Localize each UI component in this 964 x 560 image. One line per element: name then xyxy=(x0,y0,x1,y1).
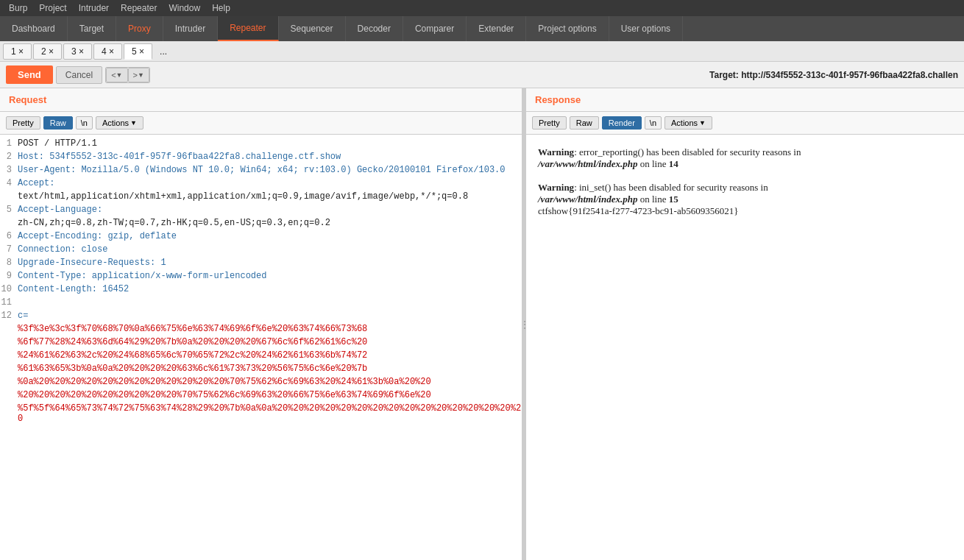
menu-project[interactable]: Project xyxy=(33,1,72,15)
request-tab-raw[interactable]: Raw xyxy=(43,116,73,130)
request-line-5: 5 Accept-Language: xyxy=(0,204,522,217)
request-payload-1: %3f%3e%3c%3f%70%68%70%0a%66%75%6e%63%74%… xyxy=(0,323,522,336)
menu-repeater[interactable]: Repeater xyxy=(115,1,163,15)
response-tab-raw[interactable]: Raw xyxy=(570,116,599,130)
warning1-path: /var/www/html/index.php xyxy=(538,158,637,169)
response-tab-render[interactable]: Render xyxy=(602,116,642,130)
request-line-11: 11 xyxy=(0,297,522,310)
request-title: Request xyxy=(6,93,49,107)
request-line-6: 6 Accept-Encoding: gzip, deflate xyxy=(0,230,522,244)
warning2-path: /var/www/html/index.php xyxy=(538,194,637,205)
chevron-down-icon2: ▼ xyxy=(138,71,144,79)
request-actions-button[interactable]: Actions ▼ xyxy=(96,116,143,130)
tab-comparer[interactable]: Comparer xyxy=(403,16,467,41)
request-payload-4: %61%63%65%3b%0a%0a%20%20%20%20%63%6c%61%… xyxy=(0,363,522,376)
request-line-4b: text/html,application/xhtml+xml,applicat… xyxy=(0,191,522,204)
warning1-label: Warning xyxy=(538,146,574,157)
warning1-linenum: 14 xyxy=(669,158,678,169)
num-tab-5[interactable]: 5 × xyxy=(124,43,152,60)
tab-intruder[interactable]: Intruder xyxy=(163,16,218,41)
warning1-line-text: on line xyxy=(637,158,668,169)
target-info: Target: http://534f5552-313c-401f-957f-9… xyxy=(709,70,958,80)
menu-intruder[interactable]: Intruder xyxy=(73,1,115,15)
menu-burp[interactable]: Burp xyxy=(3,1,33,15)
tab-user-options[interactable]: User options xyxy=(609,16,683,41)
request-line-2: 2 Host: 534f5552-313c-401f-957f-96fbaa42… xyxy=(0,151,522,164)
tab-target[interactable]: Target xyxy=(68,16,116,41)
num-tab-bar: 1 × 2 × 3 × 4 × 5 × ... xyxy=(0,41,964,62)
request-payload-2: %6f%77%28%24%63%6d%64%29%20%7b%0a%20%20%… xyxy=(0,336,522,350)
send-button[interactable]: Send xyxy=(6,65,53,84)
tab-bar: Dashboard Target Proxy Intruder Repeater… xyxy=(0,16,964,41)
request-line-12: 12 c= xyxy=(0,310,522,323)
request-line-8: 8 Upgrade-Insecure-Requests: 1 xyxy=(0,257,522,270)
request-panel: Request Pretty Raw \n Actions ▼ 1 POST /… xyxy=(0,88,522,560)
request-tab-n[interactable]: \n xyxy=(76,116,93,130)
warning2-paragraph: Warning: ini_set() has been disabled for… xyxy=(538,182,952,205)
request-payload-3: %24%61%62%63%2c%20%24%68%65%6c%70%65%72%… xyxy=(0,350,522,363)
response-actions-label: Actions xyxy=(671,118,698,127)
prev-button[interactable]: < ▼ xyxy=(106,68,127,82)
tab-extender[interactable]: Extender xyxy=(467,16,526,41)
request-line-5b: zh-CN,zh;q=0.8,zh-TW;q=0.7,zh-HK;q=0.5,e… xyxy=(0,217,522,230)
request-tab-pretty[interactable]: Pretty xyxy=(6,116,40,130)
next-button[interactable]: > ▼ xyxy=(128,68,149,82)
num-tab-4[interactable]: 4 × xyxy=(93,43,122,60)
request-payload-7: %5f%5f%64%65%73%74%72%75%63%74%28%29%20%… xyxy=(0,403,522,425)
request-header: Request xyxy=(0,88,522,112)
tab-dashboard[interactable]: Dashboard xyxy=(0,16,68,41)
response-tab-pretty[interactable]: Pretty xyxy=(532,116,567,130)
response-title: Response xyxy=(532,93,584,107)
menu-bar: Burp Project Intruder Repeater Window He… xyxy=(0,0,964,16)
flag-value: ctfshow{91f2541a-f277-4723-bc91-ab560935… xyxy=(538,205,738,216)
response-tab-n[interactable]: \n xyxy=(645,116,662,130)
chevron-down-icon: ▼ xyxy=(116,71,123,79)
tab-decoder[interactable]: Decoder xyxy=(346,16,403,41)
request-line-9: 9 Content-Type: application/x-www-form-u… xyxy=(0,270,522,283)
tab-proxy[interactable]: Proxy xyxy=(116,16,163,41)
request-line-10: 10 Content-Length: 16452 xyxy=(0,283,522,297)
response-actions-button[interactable]: Actions ▼ xyxy=(664,116,712,130)
num-tab-3[interactable]: 3 × xyxy=(63,43,92,60)
request-payload-5: %0a%20%20%20%20%20%20%20%20%20%20%20%20%… xyxy=(0,376,522,389)
main-panels: Request Pretty Raw \n Actions ▼ 1 POST /… xyxy=(0,88,964,560)
request-payload-6: %20%20%20%20%20%20%20%20%20%20%70%75%62%… xyxy=(0,389,522,403)
response-panel: Response Pretty Raw Render \n Actions ▼ … xyxy=(526,88,964,560)
warning2-line-text: on line xyxy=(637,194,668,205)
request-tab-bar: Pretty Raw \n Actions ▼ xyxy=(0,112,522,135)
warning2-linenum: 15 xyxy=(669,194,678,205)
num-tab-2[interactable]: 2 × xyxy=(33,43,62,60)
tab-repeater[interactable]: Repeater xyxy=(218,16,278,41)
request-line-7: 7 Connection: close xyxy=(0,244,522,257)
num-tab-more[interactable]: ... xyxy=(154,44,173,59)
response-content: Warning: error_reporting() has been disa… xyxy=(526,135,964,560)
menu-window[interactable]: Window xyxy=(163,1,206,15)
actions-chevron-icon: ▼ xyxy=(130,119,137,127)
warning1-paragraph: Warning: error_reporting() has been disa… xyxy=(538,146,952,170)
tab-sequencer[interactable]: Sequencer xyxy=(279,16,346,41)
request-line-4: 4 Accept: xyxy=(0,177,522,191)
action-bar: Send Cancel < ▼ > ▼ Target: http://534f5… xyxy=(0,62,964,88)
menu-help[interactable]: Help xyxy=(206,1,236,15)
tab-project-options[interactable]: Project options xyxy=(526,16,609,41)
num-tab-1[interactable]: 1 × xyxy=(3,43,32,60)
warning2-text: : ini_set() has been disabled for securi… xyxy=(574,182,768,193)
response-tab-bar: Pretty Raw Render \n Actions ▼ xyxy=(526,112,964,135)
response-header: Response xyxy=(526,88,964,112)
response-actions-chevron-icon: ▼ xyxy=(699,119,706,127)
request-line-1: 1 POST / HTTP/1.1 xyxy=(0,138,522,151)
cancel-button[interactable]: Cancel xyxy=(56,66,102,84)
warning2-label: Warning xyxy=(538,182,574,193)
warning1-text: : error_reporting() has been disabled fo… xyxy=(574,146,801,157)
request-content[interactable]: 1 POST / HTTP/1.1 2 Host: 534f5552-313c-… xyxy=(0,135,522,560)
actions-label: Actions xyxy=(102,118,129,127)
request-line-3: 3 User-Agent: Mozilla/5.0 (Windows NT 10… xyxy=(0,164,522,177)
